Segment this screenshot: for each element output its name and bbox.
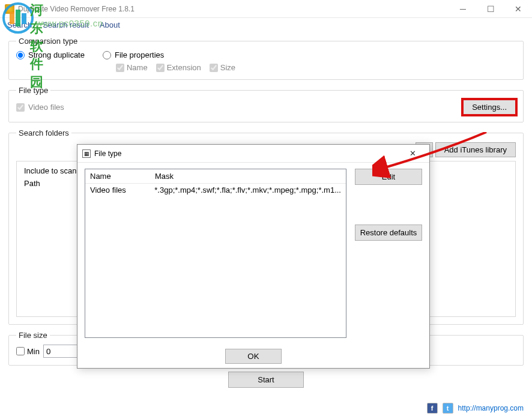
edit-button[interactable]: Edit [355, 169, 422, 185]
filetype-list[interactable]: Name Mask Video files *.3gp;*.mp4;*.swf;… [85, 169, 346, 338]
comparison-legend: Comparsion type [16, 37, 80, 46]
dialog-icon: ▦ [82, 149, 91, 158]
filetype-fieldset: File type Video files Settings... [8, 86, 524, 122]
radio-strong-duplicate[interactable]: Strong duplicate [16, 50, 85, 59]
col-name-header[interactable]: Name [90, 172, 155, 181]
maximize-button[interactable]: ☐ [477, 0, 504, 18]
check-min-input[interactable] [16, 347, 25, 355]
twitter-icon[interactable]: t [443, 403, 453, 414]
radio-strong-input[interactable] [16, 51, 25, 59]
add-itunes-button[interactable]: Add iTunes library [435, 142, 516, 157]
check-min[interactable]: Min [16, 347, 40, 356]
check-size: Size [210, 63, 235, 72]
menu-about[interactable]: About [100, 20, 120, 29]
row-mask: *.3gp;*.mp4;*.swf;*.fla;*.flv;*.mkv;*.mp… [154, 185, 341, 194]
check-video-files-input [16, 103, 25, 112]
start-button[interactable]: Start [228, 372, 303, 388]
radio-fileprops-label: File properties [115, 50, 164, 59]
radio-strong-label: Strong duplicate [28, 50, 85, 59]
check-video-files: Video files [16, 103, 64, 112]
check-extension: Extension [156, 63, 201, 72]
window-title: Duplicate Video Remover Free 1.8.1 [18, 5, 449, 13]
dialog-close-button[interactable]: ✕ [401, 146, 425, 161]
filetype-dialog: ▦ File type ✕ Name Mask Video files *.3g… [77, 144, 430, 369]
row-name: Video files [90, 185, 154, 194]
radio-file-properties[interactable]: File properties [103, 50, 235, 59]
minimize-button[interactable]: ─ [449, 0, 477, 18]
check-size-input [210, 64, 218, 72]
app-icon [5, 4, 14, 14]
radio-fileprops-input[interactable] [103, 51, 111, 59]
footer-url[interactable]: http://manyprog.com [458, 404, 524, 412]
dialog-title: File type [94, 149, 401, 158]
filetype-legend: File type [16, 86, 50, 95]
facebook-icon[interactable]: f [427, 403, 438, 414]
comparison-fieldset: Comparsion type Strong duplicate File pr… [8, 37, 524, 80]
settings-button[interactable]: Settings... [463, 100, 516, 115]
check-extension-input [156, 64, 165, 72]
ok-button[interactable]: OK [225, 349, 281, 364]
restore-defaults-button[interactable]: Restore defaults [355, 225, 422, 241]
check-name: Name [116, 63, 148, 72]
close-button[interactable]: ✕ [504, 0, 532, 18]
menu-search[interactable]: Search [7, 20, 32, 29]
col-mask-header[interactable]: Mask [155, 172, 341, 181]
search-folders-legend: Search folders [16, 128, 71, 137]
menu-search-result[interactable]: Search result [43, 20, 89, 29]
filesize-legend: File size [16, 331, 50, 340]
list-row[interactable]: Video files *.3gp;*.mp4;*.swf;*.fla;*.fl… [85, 184, 346, 196]
check-name-input [116, 64, 124, 72]
